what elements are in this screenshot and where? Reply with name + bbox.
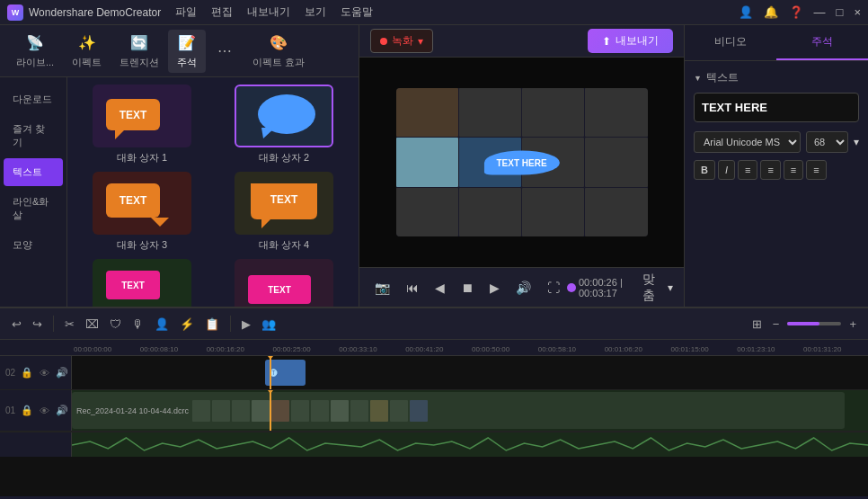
track-audio-btn[interactable]: 🔊 [55, 366, 69, 379]
tab-effect-fx[interactable]: 🎨 이펙트 효과 [244, 30, 314, 73]
trim-btn[interactable]: ⌧ [83, 315, 102, 334]
timeline-toolbar: ↩ ↪ ✂ ⌧ 🛡 🎙 👤 ⚡ 📋 ▶ 👥 ⊞ − + [0, 307, 868, 340]
window-controls[interactable]: 👤 🔔 ❓ — □ × [739, 5, 861, 19]
export-icon: ⬆ [602, 35, 611, 48]
effect-thumb-2[interactable] [235, 85, 333, 147]
stop-btn[interactable]: ⏹ [456, 278, 478, 298]
track-eye-btn[interactable]: 👁 [39, 367, 50, 379]
fullscreen-btn[interactable]: ⛶ [543, 278, 564, 298]
italic-btn[interactable]: I [718, 160, 735, 180]
tab-video[interactable]: 비디오 [685, 25, 776, 60]
zoom-slider[interactable] [787, 322, 841, 325]
cam-btn[interactable]: 👤 [152, 315, 172, 334]
frame-thumb [311, 400, 329, 422]
fit-timeline-btn[interactable]: ⊞ [749, 315, 765, 334]
record-button[interactable]: 녹화 ▾ [370, 29, 433, 53]
fit-dropdown-icon[interactable]: ▾ [668, 281, 673, 294]
text-format-buttons: B I ≡ ≡ ≡ ≡ [694, 160, 859, 180]
track-eye-btn[interactable]: 👁 [39, 405, 50, 417]
effect-item-4[interactable]: TEXT 대화 상자 4 [217, 172, 351, 252]
shield-btn[interactable]: 🛡 [107, 315, 124, 334]
copy-btn[interactable]: 📋 [202, 315, 222, 334]
sidebar-item-download[interactable]: 다운로드 [4, 85, 63, 113]
font-size-select[interactable]: 68 [806, 131, 848, 153]
video-clip[interactable]: Rec_2024-01-24 10-04-44.dcrc [72, 392, 845, 429]
effect-thumb-6[interactable]: TEXT [235, 259, 333, 307]
ruler-mark: 00:00:41:20 [403, 345, 470, 353]
frame-thumb [331, 400, 349, 422]
menu-export[interactable]: 내보내기 [247, 4, 290, 20]
effect-thumb-1[interactable]: TEXT [93, 85, 191, 147]
font-select[interactable]: Arial Unicode MS [694, 131, 801, 153]
menu-file[interactable]: 파일 [175, 4, 197, 20]
ruler-mark: 00:01:31:20 [802, 345, 868, 353]
minimize-btn[interactable]: — [814, 5, 826, 19]
frame-thumb [232, 400, 250, 422]
svg-text:TEXT: TEXT [120, 109, 147, 121]
screenshot-btn[interactable]: 📷 [370, 278, 394, 298]
ruler-mark: 00:00:00:00 [72, 345, 138, 353]
effect-label-2: 대화 상자 2 [259, 151, 309, 165]
cut-btn[interactable]: ✂ [62, 315, 77, 334]
rec-dropdown-icon[interactable]: ▾ [418, 35, 423, 48]
tab-more[interactable]: ⋯ [206, 38, 244, 65]
menu-edit[interactable]: 편집 [211, 4, 233, 20]
track-01-content: Rec_2024-01-24 10-04-44.dcrc [72, 390, 868, 431]
sidebar-item-shapes[interactable]: 모양 [4, 231, 63, 259]
menu-help[interactable]: 도움말 [341, 4, 373, 20]
notification-icon[interactable]: 🔔 [764, 5, 778, 19]
fit-btn[interactable]: 맞춤 [636, 269, 660, 307]
frame-thumb [410, 400, 428, 422]
group-btn[interactable]: 👥 [259, 315, 279, 334]
help-icon[interactable]: ❓ [789, 5, 803, 19]
close-btn[interactable]: × [854, 5, 861, 19]
maximize-btn[interactable]: □ [837, 5, 844, 19]
volume-btn[interactable]: 🔊 [511, 278, 536, 298]
effect-thumb-3[interactable]: TEXT [93, 172, 191, 235]
sidebar-item-favorites[interactable]: 즐겨 찾기 [4, 115, 63, 156]
menu-bar[interactable]: 파일 편집 내보내기 보기 도움말 [175, 4, 373, 20]
effect-thumb-5[interactable]: TEXT [93, 259, 191, 307]
effect-item-5[interactable]: TEXT 대화 상자 5 [75, 259, 209, 307]
track-lock-btn[interactable]: 🔒 [20, 366, 34, 379]
effect-thumb-4[interactable]: TEXT [235, 172, 333, 235]
title-bar: W Wondershare DemoCreator 파일 편집 내보내기 보기 … [0, 0, 868, 25]
redo-btn[interactable]: ↪ [30, 315, 45, 334]
effect-item-3[interactable]: TEXT 대화 상자 3 [75, 172, 209, 252]
zoom-in-btn[interactable]: + [846, 315, 859, 334]
tab-annotations[interactable]: 📝 주석 [168, 30, 206, 73]
align-center-btn[interactable]: ≡ [760, 160, 780, 180]
bold-btn[interactable]: B [694, 160, 715, 180]
user-icon[interactable]: 👤 [739, 5, 753, 19]
play-btn[interactable]: ▶ [485, 278, 504, 298]
video-cell [459, 88, 521, 137]
rewind-btn[interactable]: ◀ [430, 278, 449, 298]
effect-item-2[interactable]: 대화 상자 2 [217, 85, 351, 165]
effect-btn[interactable]: ⚡ [177, 315, 197, 334]
zoom-out-btn[interactable]: − [770, 315, 783, 334]
undo-btn[interactable]: ↩ [9, 315, 24, 334]
text-input[interactable] [694, 93, 859, 122]
menu-view[interactable]: 보기 [305, 4, 326, 20]
effect-item-1[interactable]: TEXT 대화 상자 1 [75, 85, 209, 165]
svg-marker-4 [261, 128, 275, 138]
align-justify-btn[interactable]: ≡ [806, 160, 826, 180]
prev-btn[interactable]: ⏮ [402, 278, 423, 298]
video-cell [522, 188, 584, 236]
tab-live[interactable]: 📡 라이브... [7, 30, 63, 73]
align-right-btn[interactable]: ≡ [784, 160, 803, 180]
play2-btn[interactable]: ▶ [239, 315, 253, 334]
export-button[interactable]: ⬆ 내보내기 [588, 29, 673, 53]
effects-panel: 다운로드 즐겨 찾기 텍스트 라인&화살 모양 TEXT [0, 77, 359, 307]
sidebar-item-lines[interactable]: 라인&화살 [4, 188, 63, 229]
track-lock-btn[interactable]: 🔒 [20, 404, 34, 417]
sidebar-item-text[interactable]: 텍스트 [4, 158, 63, 186]
track-audio-btn[interactable]: 🔊 [55, 404, 69, 417]
effect-item-6[interactable]: TEXT 대화 상자 6 [217, 259, 351, 307]
frame-thumb [390, 400, 408, 422]
tab-annotation[interactable]: 주석 [776, 25, 868, 60]
align-left-btn[interactable]: ≡ [738, 160, 757, 180]
tab-transitions[interactable]: 🔄 트렌지션 [111, 30, 168, 73]
mic-btn[interactable]: 🎙 [129, 315, 146, 334]
tab-effects[interactable]: ✨ 이펙트 [63, 30, 111, 73]
